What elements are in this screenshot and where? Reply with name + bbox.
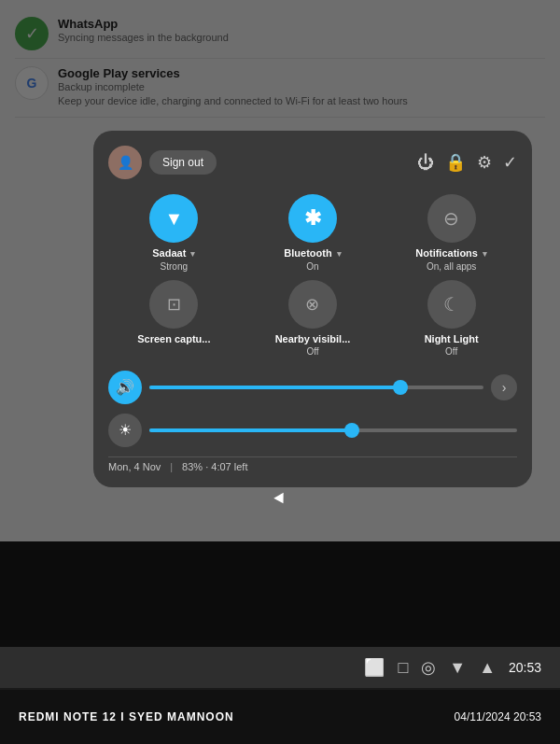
- notifications-icon: ⊖: [443, 207, 459, 230]
- device-info-bar: REDMI NOTE 12 I SYED MAMNOON 04/11/2024 …: [0, 690, 560, 744]
- back-icon[interactable]: ◎: [421, 657, 436, 678]
- volume-thumb[interactable]: [393, 380, 408, 395]
- nearby-toggle[interactable]: ⊗: [288, 280, 337, 329]
- screen-capture-icon: ⊡: [167, 294, 181, 315]
- sliders-section: 🔊 › ☀: [108, 371, 517, 447]
- quick-settings-panel: 👤 Sign out ⏻ 🔒 ⚙ ✓ ▼ Sadaat ▾ Strong ✱: [93, 131, 532, 487]
- wifi-icon: ▼: [164, 208, 183, 230]
- nearby-label: Nearby visibil... Off: [275, 332, 351, 358]
- screen-capture-name: Screen captu...: [137, 332, 210, 345]
- device-name: REDMI NOTE 12 I SYED MAMNOON: [19, 710, 234, 723]
- system-bar: ⬜ □ ◎ ▼ ▲ 20:53: [0, 647, 560, 688]
- notifications-toggle[interactable]: ⊖: [427, 194, 476, 243]
- lock-icon[interactable]: 🔒: [445, 152, 466, 173]
- wifi-status-icon: ▼: [449, 658, 466, 678]
- nearby-tile: ⊗ Nearby visibil... Off: [247, 280, 379, 358]
- user-avatar: 👤: [108, 146, 142, 179]
- volume-expand-button[interactable]: ›: [491, 374, 517, 400]
- night-light-name: Night Light: [425, 332, 479, 345]
- device-datetime: 04/11/2024 20:53: [455, 710, 541, 723]
- quick-tiles-grid: ▼ Sadaat ▾ Strong ✱ Bluetooth ▾ On ⊖ Not…: [108, 194, 517, 358]
- screen-capture-label: Screen captu...: [137, 332, 210, 345]
- home-icon[interactable]: □: [398, 658, 408, 678]
- brightness-slider-row: ☀: [108, 414, 517, 447]
- bluetooth-label: Bluetooth ▾ On: [284, 246, 341, 273]
- qs-top-row: 👤 Sign out ⏻ 🔒 ⚙ ✓: [108, 146, 517, 179]
- wifi-tile: ▼ Sadaat ▾ Strong: [108, 194, 240, 273]
- wifi-toggle[interactable]: ▼: [149, 194, 198, 243]
- nearby-name: Nearby visibil...: [275, 332, 351, 345]
- night-light-icon: ☾: [443, 293, 460, 316]
- volume-fill: [149, 386, 400, 389]
- bluetooth-name: Bluetooth ▾: [284, 246, 341, 260]
- qs-bottom-info: Mon, 4 Nov | 83% · 4:07 left: [108, 456, 517, 472]
- nearby-status: Off: [306, 346, 318, 357]
- brightness-icon[interactable]: ☀: [108, 414, 142, 447]
- notifications-label: Notifications ▾ On, all apps: [415, 246, 487, 273]
- power-icon[interactable]: ⏻: [417, 153, 434, 173]
- sign-out-button[interactable]: Sign out: [149, 150, 217, 175]
- bluetooth-tile: ✱ Bluetooth ▾ On: [247, 194, 379, 273]
- notifications-status: On, all apps: [427, 261, 476, 272]
- wifi-name: Sadaat ▾: [152, 246, 195, 260]
- brightness-track[interactable]: [149, 428, 517, 432]
- volume-icon[interactable]: 🔊: [108, 371, 142, 404]
- settings-icon[interactable]: ⚙: [477, 152, 492, 173]
- recent-apps-icon[interactable]: ⬜: [364, 657, 385, 678]
- signal-icon: ▲: [479, 658, 496, 678]
- wifi-label: Sadaat ▾ Strong: [152, 246, 195, 273]
- status-bar-time: 20:53: [509, 660, 541, 675]
- screen-capture-tile: ⊡ Screen captu...: [108, 280, 240, 358]
- current-date: Mon, 4 Nov: [108, 461, 161, 472]
- volume-slider-row: 🔊 ›: [108, 371, 517, 404]
- night-light-tile: ☾ Night Light Off: [385, 280, 517, 358]
- night-light-toggle[interactable]: ☾: [427, 280, 476, 329]
- battery-info: 83% · 4:07 left: [182, 461, 247, 472]
- notifications-tile: ⊖ Notifications ▾ On, all apps: [385, 194, 517, 273]
- screen-capture-toggle[interactable]: ⊡: [149, 280, 198, 329]
- bluetooth-toggle[interactable]: ✱: [288, 194, 337, 243]
- brightness-fill: [149, 428, 352, 432]
- bluetooth-status: On: [306, 261, 318, 272]
- night-light-status: Off: [445, 346, 457, 357]
- qs-top-icons: ⏻ 🔒 ⚙ ✓: [417, 152, 517, 173]
- expand-icon[interactable]: ✓: [503, 152, 517, 173]
- bluetooth-icon: ✱: [304, 206, 321, 231]
- nearby-icon: ⊗: [305, 294, 319, 315]
- wifi-status: Strong: [161, 261, 188, 272]
- brightness-thumb[interactable]: [344, 423, 359, 438]
- notifications-name: Notifications ▾: [415, 246, 487, 260]
- separator: |: [170, 461, 173, 472]
- night-light-label: Night Light Off: [425, 332, 479, 358]
- volume-track[interactable]: [149, 386, 483, 389]
